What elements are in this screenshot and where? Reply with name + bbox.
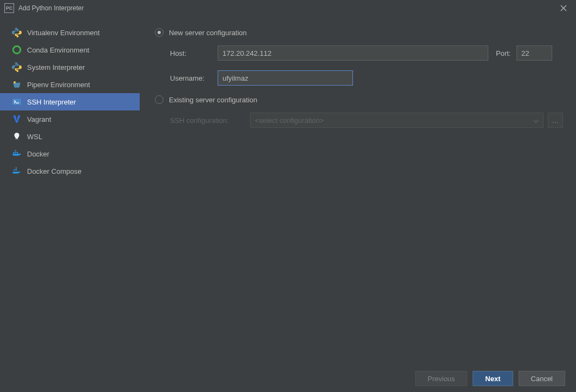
next-button[interactable]: Next: [473, 371, 513, 386]
footer: Previous Next Cancel: [0, 365, 576, 392]
sidebar-item-ssh[interactable]: SSH Interpreter: [0, 93, 140, 110]
radio-label: Existing server configuration: [169, 96, 257, 104]
host-row: Host: Port:: [170, 45, 563, 61]
sshconfig-dropdown[interactable]: <select configuration>: [250, 113, 544, 128]
sshconfig-label: SSH configuration:: [170, 116, 250, 125]
sidebar-item-pipenv[interactable]: Pipenv Environment: [0, 76, 140, 93]
svg-rect-4: [14, 169, 15, 171]
sshconfig-more-button[interactable]: …: [548, 113, 563, 128]
svg-rect-5: [16, 169, 17, 171]
docker-icon: [12, 149, 22, 159]
svg-point-0: [13, 46, 21, 54]
username-input[interactable]: [218, 70, 353, 86]
port-label: Port:: [496, 49, 516, 57]
sidebar-item-system[interactable]: System Interpreter: [0, 58, 140, 76]
port-input[interactable]: [516, 45, 552, 61]
vagrant-icon: [12, 114, 22, 124]
docker-compose-icon: [12, 166, 22, 176]
close-button[interactable]: [555, 0, 572, 16]
sidebar-item-label: Conda Environment: [27, 46, 89, 54]
python-icon: [12, 28, 22, 37]
close-icon: [560, 5, 567, 11]
sidebar-item-docker[interactable]: Docker: [0, 145, 140, 162]
titlebar: PC Add Python Interpreter: [0, 0, 576, 16]
python-icon: [12, 62, 22, 72]
radio-icon: [155, 95, 163, 104]
sidebar-item-virtualenv[interactable]: Virtualenv Environment: [0, 24, 140, 41]
pipenv-icon: [12, 80, 22, 89]
radio-new-server[interactable]: New server configuration: [155, 28, 563, 37]
sshconfig-row: SSH configuration: <select configuration…: [170, 113, 563, 128]
sidebar-item-wsl[interactable]: WSL: [0, 128, 140, 145]
sidebar: Virtualenv Environment Conda Environment…: [0, 16, 140, 365]
sidebar-item-label: Docker Compose: [27, 167, 81, 175]
svg-rect-2: [12, 99, 21, 104]
radio-icon: [155, 28, 163, 37]
username-label: Username:: [170, 74, 218, 82]
chevron-down-icon: [533, 116, 539, 125]
sidebar-item-label: SSH Interpreter: [27, 98, 76, 106]
sidebar-item-label: System Interpreter: [27, 63, 85, 71]
host-label: Host:: [170, 49, 218, 57]
ssh-icon: [12, 97, 22, 107]
pycharm-app-icon: PC: [4, 3, 14, 13]
username-row: Username:: [170, 70, 563, 86]
wsl-icon: [12, 132, 22, 141]
cancel-button[interactable]: Cancel: [519, 371, 565, 386]
sidebar-item-label: Virtualenv Environment: [27, 29, 100, 37]
conda-icon: [12, 45, 22, 55]
sidebar-item-vagrant[interactable]: Vagrant: [0, 110, 140, 128]
sidebar-item-conda[interactable]: Conda Environment: [0, 41, 140, 58]
sshconfig-placeholder: <select configuration>: [255, 116, 324, 125]
radio-existing-server[interactable]: Existing server configuration: [155, 95, 563, 104]
svg-rect-1: [14, 81, 15, 83]
previous-button[interactable]: Previous: [415, 371, 468, 386]
svg-rect-3: [16, 139, 18, 140]
main-panel: New server configuration Host: Port: Use…: [140, 16, 576, 365]
sidebar-item-docker-compose[interactable]: Docker Compose: [0, 162, 140, 180]
svg-rect-6: [16, 167, 17, 168]
host-input[interactable]: [218, 45, 488, 61]
radio-label: New server configuration: [169, 29, 247, 37]
ellipsis-icon: …: [552, 116, 559, 125]
sidebar-item-label: WSL: [27, 133, 42, 141]
window-title: Add Python Interpreter: [18, 4, 555, 12]
sidebar-item-label: Pipenv Environment: [27, 81, 90, 89]
sidebar-item-label: Vagrant: [27, 115, 51, 123]
sidebar-item-label: Docker: [27, 150, 49, 158]
